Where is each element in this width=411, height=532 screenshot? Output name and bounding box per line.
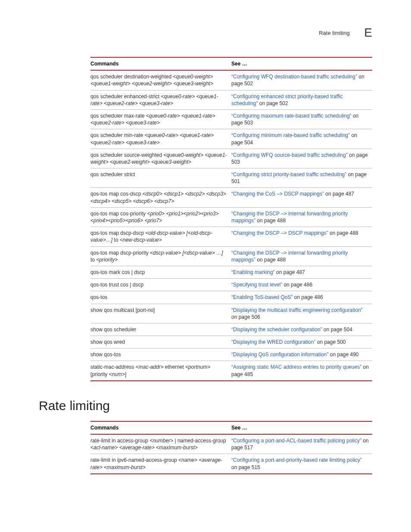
cross-reference-link[interactable]: “Configuring a port-and-priority-based r…: [231, 457, 362, 463]
page-reference: on page 488: [255, 257, 286, 263]
page-reference: on page 488: [328, 230, 358, 236]
table-header-commands: Commands: [90, 421, 231, 434]
command-cell: qos-tos map cos-dscp <dscp0> <dscp1> <ds…: [90, 188, 231, 207]
command-cell: qos scheduler enhanced-strict <queue0-ra…: [90, 90, 231, 109]
cross-reference-link[interactable]: “Displaying the WRED configuration”: [231, 339, 315, 345]
table-row: qos-tos mark cos | dscp“Enabling marking…: [90, 266, 372, 278]
see-cell: “Configuring a port-and-ACL-based traffi…: [231, 434, 372, 454]
see-cell: “Configuring strict priority-based traff…: [231, 168, 372, 188]
table-row: qos scheduler enhanced-strict <queue0-ra…: [90, 90, 372, 109]
table-row: qos-tos“Enabling ToS-based QoS” on page …: [90, 291, 372, 304]
command-cell: rate-limit in access-group <number> | na…: [90, 434, 231, 454]
command-cell: qos-tos map dscp-priority <dscp-value> […: [90, 246, 231, 266]
table-row: show qos-tos“Displaying QoS configuratio…: [90, 348, 372, 361]
cross-reference-link[interactable]: “Enabling ToS-based QoS”: [231, 294, 293, 300]
command-cell: qos-tos map dscp-dscp <old-dscp-value> […: [90, 227, 231, 246]
command-cell: show qos multicast [port-no]: [90, 304, 231, 323]
see-cell: “Configuring WFQ source-based traffic sc…: [231, 149, 372, 168]
table-row: show qos wred“Displaying the WRED config…: [90, 336, 372, 348]
table-row: qos-tos map dscp-priority <dscp-value> […: [90, 246, 372, 266]
table-row: qos scheduler source-weighted <queue0-we…: [90, 149, 372, 168]
see-cell: “Assigning static MAC address entries to…: [231, 361, 372, 381]
command-cell: qos scheduler max-rate <queue0-rate> <qu…: [90, 109, 231, 129]
see-cell: “Displaying the WRED configuration” on p…: [231, 336, 372, 348]
page-reference: on page 506: [231, 314, 260, 320]
see-cell: “Configuring maximum rate-based traffic …: [231, 109, 372, 129]
commands-table-qos: Commands See … qos scheduler destination…: [90, 57, 372, 381]
see-cell: “Displaying the scheduler configuration”…: [231, 323, 372, 336]
see-cell: “Configuring WFQ destination-based traff…: [231, 70, 372, 90]
command-cell: qos scheduler destination-weighted <queu…: [90, 70, 231, 90]
cross-reference-link[interactable]: “Changing the CoS –> DSCP mappings”: [231, 191, 324, 197]
command-cell: show qos-tos: [90, 348, 231, 361]
cross-reference-link[interactable]: “Displaying QoS configuration informatio…: [231, 352, 328, 358]
table-header-see: See …: [231, 421, 372, 434]
see-cell: “Enabling ToS-based QoS” on page 486: [231, 291, 372, 304]
table-row: qos-tos map dscp-dscp <old-dscp-value> […: [90, 227, 372, 246]
see-cell: “Configuring enhanced strict priority-ba…: [231, 90, 372, 109]
header-section-label: Rate limiting: [319, 30, 350, 36]
cross-reference-link[interactable]: “Specifying trust level”: [231, 282, 282, 288]
table-header-commands: Commands: [90, 57, 231, 70]
page-reference: on page 515: [231, 464, 260, 470]
table-row: static-mac-address <mac-addr> ethernet <…: [90, 361, 372, 381]
table-row: qos scheduler min-rate <queue0-rate> <qu…: [90, 129, 372, 149]
table-row: rate-limit in ipv6-named-access-group <n…: [90, 454, 372, 474]
see-cell: “Configuring a port-and-priority-based r…: [231, 454, 372, 474]
command-cell: qos-tos: [90, 291, 231, 304]
cross-reference-link[interactable]: “Configuring strict priority-based traff…: [231, 171, 346, 177]
see-cell: “Enabling marking” on page 487: [231, 266, 372, 278]
cross-reference-link[interactable]: “Enabling marking”: [231, 269, 275, 275]
section-heading-rate-limiting: Rate limiting: [39, 398, 372, 413]
page-reference: on page 486: [282, 282, 312, 288]
cross-reference-link[interactable]: “Configuring maximum rate-based traffic …: [231, 113, 352, 119]
command-cell: show qos scheduler: [90, 323, 231, 336]
table-row: rate-limit in access-group <number> | na…: [90, 434, 372, 454]
cross-reference-link[interactable]: “Displaying the scheduler configuration”: [231, 327, 322, 333]
cross-reference-link[interactable]: “Configuring a port-and-ACL-based traffi…: [231, 438, 361, 444]
table-header-see: See …: [231, 57, 372, 70]
cross-reference-link[interactable]: “Changing the DSCP –> DSCP mappings”: [231, 230, 328, 236]
page-reference: on page 500: [315, 339, 346, 345]
table-row: qos-tos trust cos | dscp“Specifying trus…: [90, 279, 372, 291]
command-cell: qos scheduler min-rate <queue0-rate> <qu…: [90, 129, 231, 149]
table-row: show qos scheduler“Displaying the schedu…: [90, 323, 372, 336]
page-reference: on page 502: [258, 100, 288, 106]
see-cell: “Configuring minimum rate-based traffic …: [231, 129, 372, 149]
table-row: qos scheduler max-rate <queue0-rate> <qu…: [90, 109, 372, 129]
table-row: qos-tos map cos-dscp <dscp0> <dscp1> <ds…: [90, 188, 372, 207]
table-row: qos scheduler strict“Configuring strict …: [90, 168, 372, 188]
see-cell: “Changing the DSCP –> DSCP mappings” on …: [231, 227, 372, 246]
cross-reference-link[interactable]: “Assigning static MAC address entries to…: [231, 364, 361, 370]
commands-table-rate-limiting: Commands See … rate-limit in access-grou…: [90, 421, 372, 474]
see-cell: “Changing the DSCP –> internal forwardin…: [231, 246, 372, 266]
command-cell: qos scheduler strict: [90, 168, 231, 188]
page-header: Rate limiting E: [39, 26, 372, 40]
command-cell: qos-tos map cos-priority <prio0> <prio1>…: [90, 207, 231, 227]
page-reference: on page 487: [275, 269, 305, 275]
cross-reference-link[interactable]: “Displaying the multicast traffic engine…: [231, 307, 363, 313]
cross-reference-link[interactable]: “Changing the DSCP –> internal forwardin…: [231, 250, 348, 263]
page-reference: on page 486: [293, 294, 323, 300]
command-cell: qos-tos trust cos | dscp: [90, 279, 231, 291]
cross-reference-link[interactable]: “Configuring WFQ destination-based traff…: [231, 74, 357, 80]
command-cell: rate-limit in ipv6-named-access-group <n…: [90, 454, 231, 474]
command-cell: static-mac-address <mac-addr> ethernet <…: [90, 361, 231, 381]
see-cell: “Displaying the multicast traffic engine…: [231, 304, 372, 323]
page-reference: on page 487: [324, 191, 354, 197]
page-reference: on page 490: [328, 352, 358, 358]
header-appendix-letter: E: [364, 26, 372, 40]
cross-reference-link[interactable]: “Changing the DSCP –> internal forwardin…: [231, 211, 348, 224]
command-cell: qos scheduler source-weighted <queue0-we…: [90, 149, 231, 168]
page-reference: on page 488: [255, 218, 286, 224]
see-cell: “Changing the CoS –> DSCP mappings” on p…: [231, 188, 372, 207]
command-cell: qos-tos mark cos | dscp: [90, 266, 231, 278]
command-cell: show qos wred: [90, 336, 231, 348]
table-row: qos scheduler destination-weighted <queu…: [90, 70, 372, 90]
cross-reference-link[interactable]: “Configuring WFQ source-based traffic sc…: [231, 152, 348, 158]
table-row: show qos multicast [port-no]“Displaying …: [90, 304, 372, 323]
see-cell: “Changing the DSCP –> internal forwardin…: [231, 207, 372, 227]
see-cell: “Displaying QoS configuration informatio…: [231, 348, 372, 361]
cross-reference-link[interactable]: “Configuring minimum rate-based traffic …: [231, 132, 350, 138]
table-row: qos-tos map cos-priority <prio0> <prio1>…: [90, 207, 372, 227]
